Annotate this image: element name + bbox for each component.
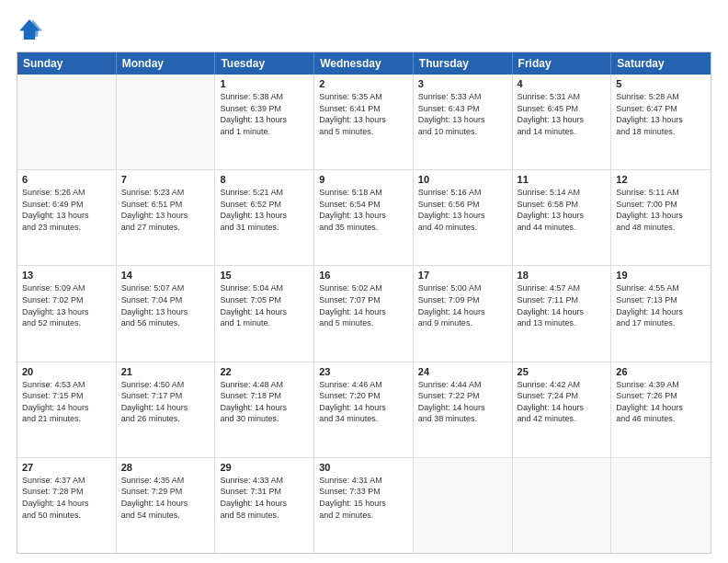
day-number: 16 [319, 270, 408, 281]
day-number: 23 [319, 366, 408, 377]
calendar-cell: 15Sunrise: 5:04 AM Sunset: 7:05 PM Dayli… [215, 266, 314, 361]
cell-info: Sunrise: 4:50 AM Sunset: 7:17 PM Dayligh… [121, 379, 210, 425]
cell-info: Sunrise: 5:00 AM Sunset: 7:09 PM Dayligh… [418, 282, 507, 328]
calendar-cell: 2Sunrise: 5:35 AM Sunset: 6:41 PM Daylig… [314, 75, 414, 169]
calendar-row-1: 1Sunrise: 5:38 AM Sunset: 6:39 PM Daylig… [17, 75, 711, 170]
calendar-cell: 25Sunrise: 4:42 AM Sunset: 7:24 PM Dayli… [513, 362, 612, 457]
cell-info: Sunrise: 4:37 AM Sunset: 7:28 PM Dayligh… [22, 475, 111, 521]
cell-info: Sunrise: 5:02 AM Sunset: 7:07 PM Dayligh… [319, 282, 408, 328]
cell-info: Sunrise: 5:23 AM Sunset: 6:51 PM Dayligh… [121, 187, 210, 233]
calendar-cell: 1Sunrise: 5:38 AM Sunset: 6:39 PM Daylig… [215, 75, 314, 169]
cell-info: Sunrise: 4:31 AM Sunset: 7:33 PM Dayligh… [319, 475, 408, 521]
calendar-cell [513, 458, 612, 553]
calendar-cell: 13Sunrise: 5:09 AM Sunset: 7:02 PM Dayli… [17, 266, 117, 361]
cell-info: Sunrise: 4:53 AM Sunset: 7:15 PM Dayligh… [22, 379, 111, 425]
calendar-body: 1Sunrise: 5:38 AM Sunset: 6:39 PM Daylig… [17, 75, 711, 553]
calendar-cell: 10Sunrise: 5:16 AM Sunset: 6:56 PM Dayli… [414, 170, 513, 265]
day-number: 1 [220, 78, 309, 89]
calendar-row-3: 13Sunrise: 5:09 AM Sunset: 7:02 PM Dayli… [17, 266, 711, 362]
cell-info: Sunrise: 4:46 AM Sunset: 7:20 PM Dayligh… [319, 379, 408, 425]
calendar: SundayMondayTuesdayWednesdayThursdayFrid… [17, 52, 711, 554]
logo [17, 17, 46, 42]
cell-info: Sunrise: 5:09 AM Sunset: 7:02 PM Dayligh… [22, 282, 111, 328]
day-number: 20 [22, 366, 111, 377]
calendar-cell: 4Sunrise: 5:31 AM Sunset: 6:45 PM Daylig… [513, 75, 612, 169]
calendar-cell [414, 458, 513, 553]
header-day-monday: Monday [117, 52, 216, 75]
cell-info: Sunrise: 5:38 AM Sunset: 6:39 PM Dayligh… [220, 91, 309, 137]
calendar-cell: 8Sunrise: 5:21 AM Sunset: 6:52 PM Daylig… [215, 170, 314, 265]
header-day-friday: Friday [513, 52, 612, 75]
cell-info: Sunrise: 5:33 AM Sunset: 6:43 PM Dayligh… [418, 91, 507, 137]
calendar-cell: 24Sunrise: 4:44 AM Sunset: 7:22 PM Dayli… [414, 362, 513, 457]
cell-info: Sunrise: 4:55 AM Sunset: 7:13 PM Dayligh… [616, 282, 706, 328]
day-number: 10 [418, 174, 507, 185]
cell-info: Sunrise: 4:33 AM Sunset: 7:31 PM Dayligh… [220, 475, 309, 521]
day-number: 26 [616, 366, 706, 377]
day-number: 13 [22, 270, 111, 281]
calendar-cell: 5Sunrise: 5:28 AM Sunset: 6:47 PM Daylig… [611, 75, 711, 169]
calendar-cell: 23Sunrise: 4:46 AM Sunset: 7:20 PM Dayli… [314, 362, 414, 457]
cell-info: Sunrise: 4:42 AM Sunset: 7:24 PM Dayligh… [518, 379, 607, 425]
cell-info: Sunrise: 5:16 AM Sunset: 6:56 PM Dayligh… [418, 187, 507, 233]
calendar-row-2: 6Sunrise: 5:26 AM Sunset: 6:49 PM Daylig… [17, 170, 711, 266]
calendar-cell: 21Sunrise: 4:50 AM Sunset: 7:17 PM Dayli… [117, 362, 216, 457]
calendar-cell: 30Sunrise: 4:31 AM Sunset: 7:33 PM Dayli… [314, 458, 414, 553]
calendar-cell: 9Sunrise: 5:18 AM Sunset: 6:54 PM Daylig… [314, 170, 414, 265]
calendar-cell: 19Sunrise: 4:55 AM Sunset: 7:13 PM Dayli… [611, 266, 711, 361]
day-number: 7 [121, 174, 210, 185]
cell-info: Sunrise: 4:48 AM Sunset: 7:18 PM Dayligh… [220, 379, 309, 425]
day-number: 25 [518, 366, 607, 377]
header-day-tuesday: Tuesday [215, 52, 314, 75]
day-number: 24 [418, 366, 507, 377]
calendar-cell: 14Sunrise: 5:07 AM Sunset: 7:04 PM Dayli… [117, 266, 216, 361]
cell-info: Sunrise: 4:39 AM Sunset: 7:26 PM Dayligh… [616, 379, 706, 425]
day-number: 22 [220, 366, 309, 377]
calendar-cell: 20Sunrise: 4:53 AM Sunset: 7:15 PM Dayli… [17, 362, 117, 457]
day-number: 17 [418, 270, 507, 281]
cell-info: Sunrise: 5:35 AM Sunset: 6:41 PM Dayligh… [319, 91, 408, 137]
cell-info: Sunrise: 5:04 AM Sunset: 7:05 PM Dayligh… [220, 282, 309, 328]
calendar-cell [611, 458, 711, 553]
day-number: 29 [220, 462, 309, 473]
logo-icon [17, 17, 42, 42]
cell-info: Sunrise: 5:21 AM Sunset: 6:52 PM Dayligh… [220, 187, 309, 233]
day-number: 15 [220, 270, 309, 281]
calendar-cell: 17Sunrise: 5:00 AM Sunset: 7:09 PM Dayli… [414, 266, 513, 361]
calendar-cell: 26Sunrise: 4:39 AM Sunset: 7:26 PM Dayli… [611, 362, 711, 457]
day-number: 9 [319, 174, 408, 185]
day-number: 12 [616, 174, 706, 185]
header-day-sunday: Sunday [17, 52, 117, 75]
calendar-cell: 28Sunrise: 4:35 AM Sunset: 7:29 PM Dayli… [117, 458, 216, 553]
calendar-cell: 11Sunrise: 5:14 AM Sunset: 6:58 PM Dayli… [513, 170, 612, 265]
svg-marker-1 [32, 19, 42, 37]
calendar-cell: 27Sunrise: 4:37 AM Sunset: 7:28 PM Dayli… [17, 458, 117, 553]
cell-info: Sunrise: 5:07 AM Sunset: 7:04 PM Dayligh… [121, 282, 210, 328]
calendar-cell: 12Sunrise: 5:11 AM Sunset: 7:00 PM Dayli… [611, 170, 711, 265]
cell-info: Sunrise: 5:26 AM Sunset: 6:49 PM Dayligh… [22, 187, 111, 233]
day-number: 3 [418, 78, 507, 89]
cell-info: Sunrise: 5:31 AM Sunset: 6:45 PM Dayligh… [518, 91, 607, 137]
header-day-thursday: Thursday [414, 52, 513, 75]
day-number: 28 [121, 462, 210, 473]
calendar-cell: 18Sunrise: 4:57 AM Sunset: 7:11 PM Dayli… [513, 266, 612, 361]
calendar-cell: 7Sunrise: 5:23 AM Sunset: 6:51 PM Daylig… [117, 170, 216, 265]
cell-info: Sunrise: 5:11 AM Sunset: 7:00 PM Dayligh… [616, 187, 706, 233]
calendar-cell: 22Sunrise: 4:48 AM Sunset: 7:18 PM Dayli… [215, 362, 314, 457]
calendar-cell: 16Sunrise: 5:02 AM Sunset: 7:07 PM Dayli… [314, 266, 414, 361]
cell-info: Sunrise: 5:18 AM Sunset: 6:54 PM Dayligh… [319, 187, 408, 233]
calendar-row-4: 20Sunrise: 4:53 AM Sunset: 7:15 PM Dayli… [17, 362, 711, 458]
calendar-cell [117, 75, 216, 169]
cell-info: Sunrise: 5:14 AM Sunset: 6:58 PM Dayligh… [518, 187, 607, 233]
calendar-row-5: 27Sunrise: 4:37 AM Sunset: 7:28 PM Dayli… [17, 458, 711, 553]
cell-info: Sunrise: 4:35 AM Sunset: 7:29 PM Dayligh… [121, 475, 210, 521]
day-number: 4 [518, 78, 607, 89]
day-number: 21 [121, 366, 210, 377]
page: SundayMondayTuesdayWednesdayThursdayFrid… [0, 0, 728, 563]
day-number: 6 [22, 174, 111, 185]
day-number: 11 [518, 174, 607, 185]
header-day-wednesday: Wednesday [314, 52, 414, 75]
cell-info: Sunrise: 4:44 AM Sunset: 7:22 PM Dayligh… [418, 379, 507, 425]
day-number: 8 [220, 174, 309, 185]
calendar-cell: 3Sunrise: 5:33 AM Sunset: 6:43 PM Daylig… [414, 75, 513, 169]
